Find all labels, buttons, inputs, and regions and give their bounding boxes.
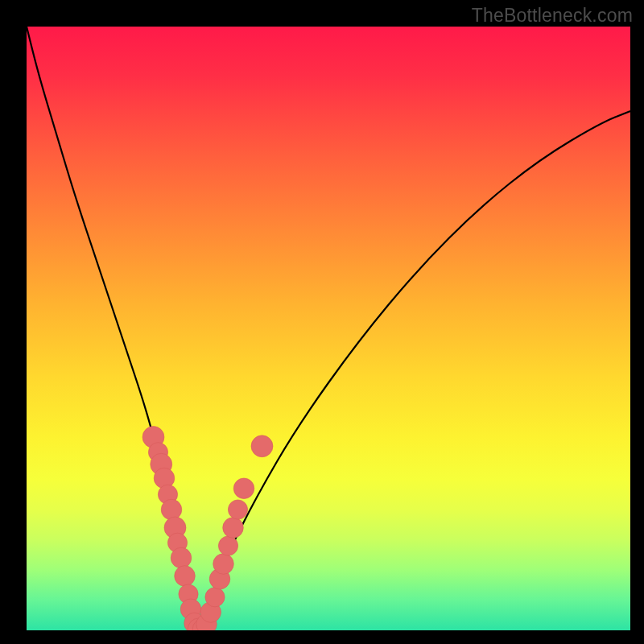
highlight-dot	[251, 436, 273, 457]
highlight-dot	[223, 518, 244, 539]
highlight-dot	[171, 547, 192, 568]
highlight-dot	[205, 588, 225, 607]
chart-svg	[27, 27, 630, 630]
bottleneck-curve	[27, 27, 630, 625]
highlight-dot	[233, 478, 254, 499]
highlight-dot	[175, 566, 196, 587]
highlight-dot	[213, 554, 234, 575]
highlight-dot	[161, 499, 182, 520]
highlight-dot	[228, 500, 247, 519]
highlighted-points-group	[142, 427, 273, 630]
outer-frame: TheBottleneck.com	[0, 0, 644, 644]
highlight-dot	[218, 536, 237, 555]
plot-area	[27, 27, 630, 630]
watermark-text: TheBottleneck.com	[472, 5, 633, 27]
